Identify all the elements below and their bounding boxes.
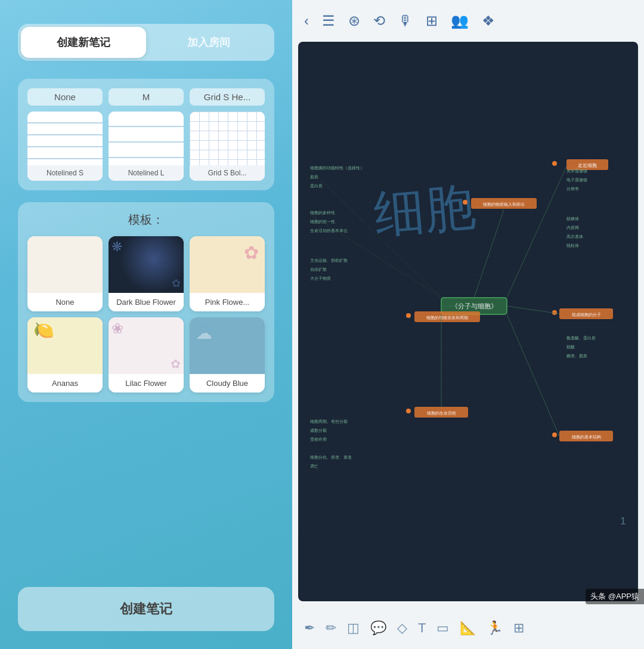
microphone-icon[interactable]: 🎙 [398,13,413,29]
add-frame-icon[interactable]: ⊞ [426,13,438,29]
template-section: 模板： None ❋ ✿ Dark Blue Flower ✿ [18,202,274,402]
ruler-icon[interactable]: 📐 [460,620,476,636]
page-number-text: 1 [621,516,626,526]
template-ananas[interactable]: 🍋 Ananas [27,317,103,393]
svg-point-25 [552,310,557,315]
svg-text:细胞的生命历程: 细胞的生命历程 [427,411,456,415]
lilac-deco: ❀ [112,320,123,337]
svg-text:自由扩散: 自由扩散 [310,267,327,271]
preview-notelined-l[interactable]: Notelined L [109,112,184,181]
help-icon[interactable]: ⊛ [348,13,360,29]
tab-create[interactable]: 创建新笔记 [21,27,146,58]
cloud-deco: ☁ [196,323,212,343]
svg-point-21 [406,313,411,318]
svg-text:线粒体: 线粒体 [566,243,579,248]
figure-icon[interactable]: 🏃 [487,620,503,636]
speech-bubble-icon[interactable]: 💬 [370,620,386,636]
grid-icon[interactable]: ⊞ [513,620,524,636]
svg-text:核酸: 核酸 [566,345,575,350]
svg-text:凋亡: 凋亡 [310,464,318,468]
svg-text:内质网: 内质网 [566,225,579,230]
svg-text:细胞周期、有丝分裂: 细胞周期、有丝分裂 [310,419,348,424]
tab-bar: 创建新笔记 加入房间 [18,24,274,61]
template-ananas-img: 🍋 [27,317,103,374]
layers-icon[interactable]: ❖ [482,13,495,29]
preview-notelined-s[interactable]: Notelined S [27,112,103,181]
grid-types-row: None M Grid S He... [27,88,265,106]
flower-deco-1: ❋ [112,239,122,255]
template-pink-flower-label: Pink Flowe... [190,293,265,311]
preview-notelined-s-label: Notelined S [27,165,103,181]
svg-text:细胞的基本结构: 细胞的基本结构 [572,435,601,439]
preview-notelined-l-img [109,112,184,165]
svg-text:细胞的物质输入和排出: 细胞的物质输入和排出 [483,202,525,207]
svg-text:细胞膜的功能特性（选择性）: 细胞膜的功能特性（选择性） [310,166,364,171]
svg-point-6 [463,200,467,205]
svg-text:生命活动的基本单位: 生命活动的基本单位 [310,228,348,233]
preview-notelined-l-label: Notelined L [109,165,184,181]
svg-text:细胞的统一性: 细胞的统一性 [310,220,335,224]
template-grid: None ❋ ✿ Dark Blue Flower ✿ Pink Flowe..… [27,236,265,393]
svg-text:糖类、脂质: 糖类、脂质 [566,354,587,358]
flower-deco-2: ✿ [172,277,181,290]
svg-text:电子显微镜: 电子显微镜 [566,178,587,183]
menu-icon[interactable]: ☰ [322,13,335,29]
template-ananas-label: Ananas [27,374,103,393]
grid-type-none[interactable]: None [27,88,103,106]
preview-grid: Notelined S Notelined L Grid S Bol... [27,112,265,181]
svg-text:蛋白质: 蛋白质 [310,184,323,188]
svg-text:脂质: 脂质 [310,175,318,179]
eraser-icon[interactable]: ◫ [347,620,360,636]
preview-grid-bold-img [190,112,265,165]
grid-type-grid[interactable]: Grid S He... [190,88,265,106]
tab-join[interactable]: 加入房间 [146,27,271,58]
grid-section: None M Grid S He... Notelined S Noteline… [18,79,274,190]
preview-grid-bold[interactable]: Grid S Bol... [190,112,265,181]
create-note-button[interactable]: 创建笔记 [18,587,274,631]
svg-text:细胞分化、癌变、衰老: 细胞分化、癌变、衰老 [310,455,352,459]
svg-text:高尔基体: 高尔基体 [566,234,583,239]
template-cloudy-blue-img: ☁ [190,317,265,374]
template-lilac-flower-img: ❀ ✿ [109,317,184,374]
svg-text:细胞的增殖依依和周期: 细胞的增殖依依和周期 [426,316,468,320]
top-toolbar: ‹ ☰ ⊛ ⟲ 🎙 ⊞ 👥 ❖ [292,0,644,42]
svg-text:分辨率: 分辨率 [566,187,579,191]
template-dark-blue-flower[interactable]: ❋ ✿ Dark Blue Flower [109,236,184,311]
undo-icon[interactable]: ⟲ [373,13,385,29]
users-icon[interactable]: 👥 [451,13,469,29]
template-none-label: None [27,293,103,311]
template-pink-flower-img: ✿ [190,236,265,293]
ananas-deco: 🍋 [33,320,54,340]
lilac-deco-2: ✿ [171,357,181,371]
text-icon[interactable]: T [418,620,426,636]
svg-text:受精作用: 受精作用 [310,437,327,441]
pink-flower-deco: ✿ [244,242,259,263]
diamond-icon[interactable]: ◇ [397,620,407,636]
template-none-img [27,236,103,293]
preview-notelined-s-img [27,112,103,165]
grid-type-m[interactable]: M [109,88,184,106]
preview-grid-bold-label: Grid S Bol... [190,165,265,181]
back-icon[interactable]: ‹ [304,13,309,29]
template-dark-blue-flower-img: ❋ ✿ [109,236,184,293]
svg-text:大分子物质: 大分子物质 [310,276,331,280]
template-pink-flower[interactable]: ✿ Pink Flowe... [190,236,265,311]
svg-text:核糖体: 核糖体 [566,217,579,221]
svg-text:主动运输、协助扩散: 主动运输、协助扩散 [310,258,348,262]
handwriting-text: 细胞 [371,178,478,242]
template-none[interactable]: None [27,236,103,311]
template-cloudy-blue[interactable]: ☁ Cloudy Blue [190,317,265,393]
svg-text:氨基酸、蛋白质: 氨基酸、蛋白质 [566,336,596,341]
bottom-toolbar: ✒ ✏ ◫ 💬 ◇ T ▭ 📐 🏃 ⊞ 头条 @APP猿 [292,607,644,649]
shape-icon[interactable]: ▭ [436,620,449,636]
mind-map-canvas[interactable]: 细胞 《分子与细胞》 走近细胞 细胞的物质输入和排出 细胞膜的功能特性（选择性）… [298,42,638,601]
pen-icon[interactable]: ✒ [304,620,315,636]
pencil-icon[interactable]: ✏ [326,620,336,636]
svg-text:光学显微镜: 光学显微镜 [566,169,587,174]
svg-point-29 [406,409,411,413]
svg-point-33 [552,432,557,437]
svg-text:减数分裂: 减数分裂 [310,428,327,433]
template-lilac-flower[interactable]: ❀ ✿ Lilac Flower [109,317,184,393]
svg-point-2 [552,161,557,166]
svg-text:细胞的多样性: 细胞的多样性 [310,211,335,215]
